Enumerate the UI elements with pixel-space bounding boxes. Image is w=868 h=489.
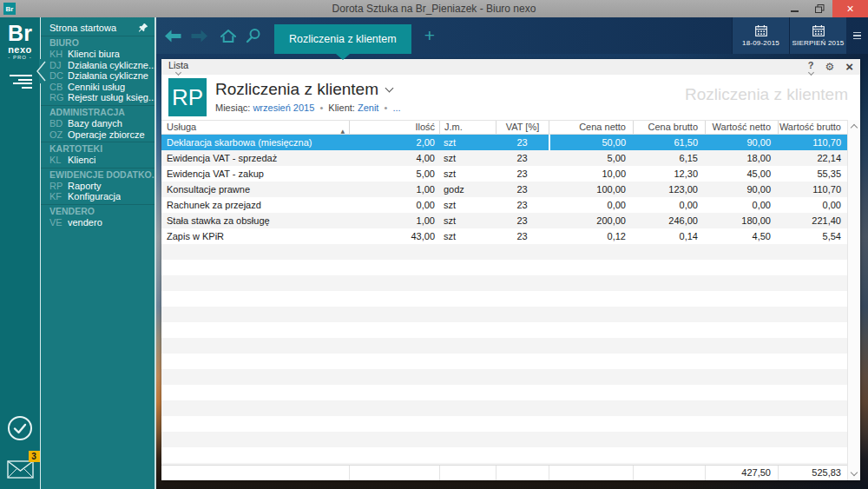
summary-brutto: 525,83 [778,466,847,480]
forward-icon[interactable] [190,30,208,43]
column-header-1[interactable]: Usługa▲ [161,121,349,134]
back-icon[interactable] [164,30,182,43]
sidebar-item-code: RG [49,92,68,103]
minimize-button[interactable] [782,0,807,17]
table-header: Usługa▲IlośćJ.m.VAT [%]Cena nettoCena br… [161,120,860,135]
menu-line [22,87,32,89]
new-tab-button[interactable]: + [424,25,435,46]
more-filters-link[interactable]: ... [392,102,400,113]
date-picker-button[interactable]: 18-09-2015 [732,17,789,54]
sidebar-menu: Strona startowa BIUROKHKlienci biuraDJDz… [40,17,156,489]
table-row[interactable]: Stała stawka za obsługę1,00szt23200,0024… [161,213,860,228]
home-icon[interactable] [220,29,237,43]
sidebar-item-kh[interactable]: KHKlienci biura [41,49,155,60]
sidebar-item-label: Bazy danych [68,118,122,129]
title-dropdown-icon[interactable] [385,83,394,92]
table-row[interactable]: Zapis w KPiR43,00szt230,120,144,505,54 [161,228,860,244]
sidebar-item-home[interactable]: Strona startowa [41,21,155,34]
table-cell: 0,14 [633,228,705,244]
messages-envelope-icon[interactable] [7,460,34,479]
month-filter-value[interactable]: wrzesień 2015 [253,102,314,113]
module-menu-icon[interactable] [8,75,32,90]
column-header-3[interactable]: J.m. [439,121,496,134]
table-cell: 23 [496,182,549,197]
calendar-icon [812,25,825,36]
sidebar-section: VENDEROVEvendero [41,204,155,228]
client-filter-label: Klient: [328,102,355,113]
table-cell: 5,54 [778,228,847,244]
column-header-6[interactable]: Cena brutto [633,121,705,134]
window-title: Dorota Sztuka na Br_Pieniazek - Biuro ne… [0,0,868,17]
calendar-icon [755,25,767,36]
scroll-down-icon[interactable] [851,469,858,476]
table-row[interactable]: Konsultacje prawne1,00godz23100,00123,00… [161,182,860,197]
table-body: Deklaracja skarbowa (miesięczna)2,00szt2… [161,135,860,244]
lista-menu[interactable]: Lista [168,61,188,75]
sidebar-item-dj[interactable]: DJDziałania cykliczne... [41,60,155,71]
sidebar-item-oz[interactable]: OZOperacje zbiorcze [41,129,155,141]
table-cell: szt [439,228,496,244]
table-row[interactable]: Deklaracja skarbowa (miesięczna)2,00szt2… [161,135,860,150]
summary-cell [349,466,439,480]
tab-rozliczenia[interactable]: Rozliczenia z klientem [274,24,411,54]
module-badge: RP [168,78,207,116]
restore-button[interactable] [807,0,832,17]
help-button[interactable]: ? [808,61,814,75]
sidebar-item-ve[interactable]: VEvendero [41,217,155,228]
column-header-8[interactable]: Wartość brutto [778,121,847,134]
client-filter-value[interactable]: Zenit [358,102,378,113]
summary-cell [161,466,349,480]
sidebar-item-dc[interactable]: DCDziałania cykliczne [41,70,155,82]
table-row[interactable]: Ewidencja VAT - zakup5,00szt2310,0012,30… [161,166,860,182]
sidebar-item-code: VE [49,217,68,228]
sidebar-item-kl[interactable]: KLKlienci [41,155,155,166]
panel-close-icon[interactable]: × [845,61,853,73]
settings-gear-icon[interactable]: ⚙ [825,61,834,73]
close-button[interactable]: × [832,0,868,17]
table-cell: 50,00 [549,135,633,150]
menu-line [18,79,32,81]
sidebar-collapse-notch[interactable] [35,59,47,83]
table-cell: Stała stawka za obsługę [161,213,349,228]
table-cell: 180,00 [705,213,778,228]
logo-br: Br [8,22,32,45]
separator-dot: • [385,102,388,113]
table-cell: 61,50 [633,135,705,150]
table-cell: 6,15 [633,150,705,166]
table-cell: 1,00 [349,182,439,197]
sidebar-item-code: RP [49,181,68,192]
pin-icon[interactable] [138,23,148,33]
month-picker-button[interactable]: SIERPIEŃ 2015 [789,17,846,54]
navbar-menu-icon[interactable] [846,17,868,54]
search-icon[interactable] [246,28,261,43]
table-cell: 110,70 [778,135,847,150]
table-scrollbar[interactable] [847,120,860,480]
column-header-5[interactable]: Cena netto [549,121,633,134]
sidebar-section-header: VENDERO [41,206,155,217]
sidebar-item-bd[interactable]: BDBazy danych [41,118,155,129]
table-cell: 100,00 [549,182,633,197]
table-row[interactable]: Rachunek za przejazd0,00szt230,000,000,0… [161,197,860,213]
close-icon: × [846,1,853,17]
scroll-up-icon[interactable] [851,124,858,131]
sidebar-item-kf[interactable]: KFKonfiguracja [41,191,155,202]
sidebar-item-cb[interactable]: CBCenniki usług [41,82,155,93]
sidebar-item-label: vendero [68,217,102,228]
sidebar-section: EWIDENCJE DODATKO...RPRaportyKFKonfigura… [41,168,155,202]
message-count-badge[interactable]: 3 [29,451,40,462]
column-header-4[interactable]: VAT [%] [496,121,549,134]
column-header-7[interactable]: Wartość netto [705,121,778,134]
tasks-check-icon[interactable] [7,415,33,441]
sidebar-item-rg[interactable]: RGRejestr usług księg... [41,92,155,103]
table-row[interactable]: Ewidencja VAT - sprzedaż4,00szt235,006,1… [161,150,860,166]
sidebar-item-rp[interactable]: RPRaporty [41,181,155,192]
sidebar-section: KARTOTEKIKLKlienci [41,142,155,166]
menu-line [853,35,861,36]
list-panel: Lista ? ⚙ × RP Rozliczenia z klientem [161,59,860,480]
table-cell: 5,00 [349,166,439,182]
sidebar-section: BIUROKHKlienci biuraDJDziałania cykliczn… [41,36,155,103]
sidebar-item-code: KH [49,49,68,60]
column-header-2[interactable]: Ilość [349,121,439,134]
table-cell: 0,00 [349,197,439,213]
table-cell: szt [439,166,496,182]
